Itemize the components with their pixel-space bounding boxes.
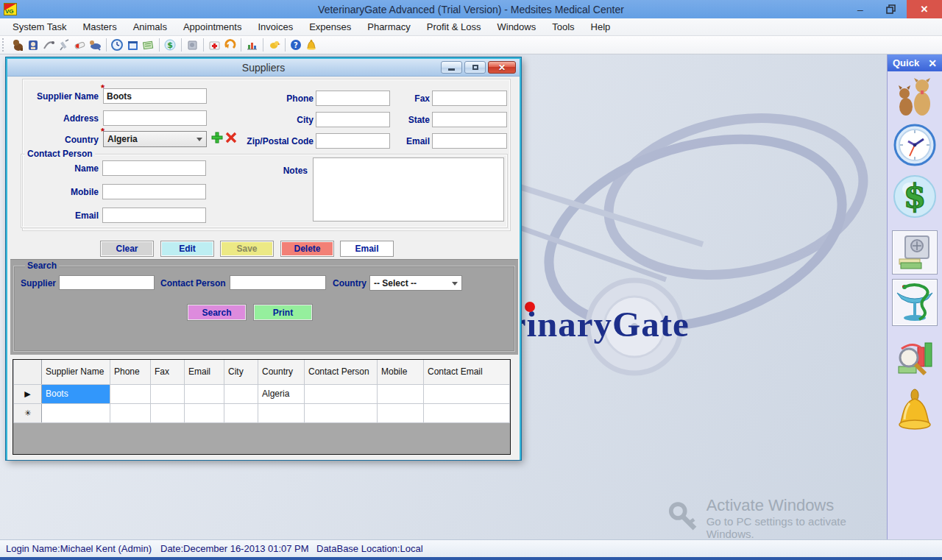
print-button[interactable]: Print <box>254 305 312 320</box>
menu-animals[interactable]: Animals <box>125 19 175 35</box>
grid-header-supplier-name[interactable]: Supplier Name <box>42 360 110 384</box>
cell-supplier-name[interactable]: Boots <box>42 384 110 403</box>
contact-person-group-label: Contact Person <box>25 149 95 159</box>
row-selector-new[interactable]: ✳ <box>14 403 42 422</box>
cell-contact-person[interactable] <box>305 384 378 403</box>
menu-appointments[interactable]: Appointments <box>175 19 250 35</box>
grid-header-email[interactable]: Email <box>185 360 224 384</box>
dialog-maximize-button[interactable] <box>464 61 486 74</box>
maximize-icon <box>472 65 478 70</box>
grid-header-contact-email[interactable]: Contact Email <box>424 360 510 384</box>
country-dropdown[interactable]: Algeria <box>103 131 207 147</box>
add-country-icon[interactable] <box>211 132 223 143</box>
grid-header-selector <box>14 360 42 384</box>
menu-pharmacy[interactable]: Pharmacy <box>359 19 419 35</box>
fax-input[interactable] <box>432 91 507 106</box>
animals-icon[interactable] <box>88 38 102 52</box>
cell-supplier-name[interactable] <box>42 403 110 422</box>
dog-icon[interactable] <box>11 38 25 52</box>
help-icon[interactable]: ? <box>289 38 303 52</box>
supplier-name-input[interactable] <box>103 88 207 104</box>
grid-header-contact-person[interactable]: Contact Person <box>305 360 378 384</box>
cell-contact-person[interactable] <box>305 403 378 422</box>
notes-label: Notes <box>255 166 308 176</box>
syringe-icon[interactable] <box>57 38 71 52</box>
money-icon[interactable]: $ <box>892 173 938 220</box>
clear-button[interactable]: Clear <box>100 241 154 257</box>
menu-help[interactable]: Help <box>583 19 619 35</box>
close-button[interactable]: ✕ <box>907 0 942 18</box>
search-country-dropdown[interactable]: -- Select -- <box>369 275 462 291</box>
grid-header-mobile[interactable]: Mobile <box>378 360 424 384</box>
status-date: Date:December 16-2013 01:07 PM <box>160 543 309 554</box>
address-input[interactable] <box>103 110 207 126</box>
save-button[interactable]: Save <box>220 241 274 257</box>
medicine-box-icon[interactable] <box>208 38 222 52</box>
chart-icon[interactable] <box>245 38 259 52</box>
cell-fax[interactable] <box>151 384 185 403</box>
restore-button[interactable] <box>876 0 907 18</box>
search-button[interactable]: Search <box>188 305 246 320</box>
safe-icon[interactable] <box>892 230 938 274</box>
cell-phone[interactable] <box>110 403 151 422</box>
calendar-icon[interactable] <box>126 38 140 52</box>
capsule-icon[interactable] <box>73 38 87 52</box>
cell-email[interactable] <box>185 384 224 403</box>
bird-icon[interactable] <box>267 38 281 52</box>
statusbar: Login Name:Michael Kent (Admin) Date:Dec… <box>0 539 942 557</box>
delete-button[interactable]: Delete <box>280 241 334 257</box>
menu-invoices[interactable]: Invoices <box>249 19 301 35</box>
undo-arrow-icon[interactable] <box>223 38 237 52</box>
search-supplier-input[interactable] <box>59 275 155 290</box>
invoice-icon[interactable] <box>141 38 155 52</box>
cell-city[interactable] <box>224 384 258 403</box>
clock-icon[interactable] <box>110 38 124 52</box>
suppliers-dialog-titlebar[interactable]: Suppliers ✕ <box>7 59 520 77</box>
cell-country[interactable] <box>258 403 305 422</box>
contact-name-input[interactable] <box>102 160 206 176</box>
menu-masters[interactable]: Masters <box>74 19 124 35</box>
dialog-close-button[interactable]: ✕ <box>488 61 516 74</box>
cell-contact-email[interactable] <box>424 403 510 422</box>
dialog-minimize-button[interactable] <box>441 61 462 74</box>
grid-header-city[interactable]: City <box>224 360 258 384</box>
clients-book-icon[interactable] <box>26 38 40 52</box>
menu-tools[interactable]: Tools <box>544 19 582 35</box>
reports-icon[interactable] <box>892 338 938 380</box>
menu-windows[interactable]: Windows <box>489 19 544 35</box>
email-input[interactable] <box>432 133 507 149</box>
cell-country[interactable]: Algeria <box>258 384 305 403</box>
contact-email-input[interactable] <box>102 208 206 223</box>
edit-button[interactable]: Edit <box>160 241 214 257</box>
grid-header-fax[interactable]: Fax <box>151 360 185 384</box>
pets-icon[interactable] <box>892 74 938 118</box>
menu-expenses[interactable]: Expenses <box>301 19 359 35</box>
clock-icon[interactable] <box>892 123 938 167</box>
search-contact-input[interactable] <box>230 275 326 290</box>
menu-system-task[interactable]: System Task <box>4 19 74 35</box>
search-panel: Search Supplier Contact Person Country -… <box>10 259 518 355</box>
grooming-icon[interactable] <box>42 38 56 52</box>
bell-icon[interactable] <box>892 388 938 435</box>
state-input[interactable] <box>432 112 507 127</box>
email-button[interactable]: Email <box>340 241 394 257</box>
quick-close-icon[interactable]: ✕ <box>928 58 937 68</box>
minimize-button[interactable]: – <box>845 0 876 18</box>
grid-header-phone[interactable]: Phone <box>110 360 151 384</box>
cell-email[interactable] <box>185 403 224 422</box>
menu-profit-loss[interactable]: Profit & Loss <box>419 19 489 35</box>
cell-phone[interactable] <box>110 384 151 403</box>
cell-contact-email[interactable] <box>424 384 510 403</box>
bell-icon[interactable] <box>305 38 319 52</box>
notes-textarea[interactable] <box>313 157 504 221</box>
grid-header-country[interactable]: Country <box>258 360 305 384</box>
pharmacy-icon[interactable] <box>892 279 938 326</box>
dollar-icon[interactable]: $ <box>163 38 177 52</box>
contact-mobile-input[interactable] <box>102 184 206 199</box>
cell-fax[interactable] <box>151 403 185 422</box>
safe-icon[interactable] <box>185 38 199 52</box>
cell-mobile[interactable] <box>378 403 424 422</box>
cell-mobile[interactable] <box>378 384 424 403</box>
row-selector-current[interactable]: ▶ <box>14 384 42 403</box>
cell-city[interactable] <box>224 403 258 422</box>
